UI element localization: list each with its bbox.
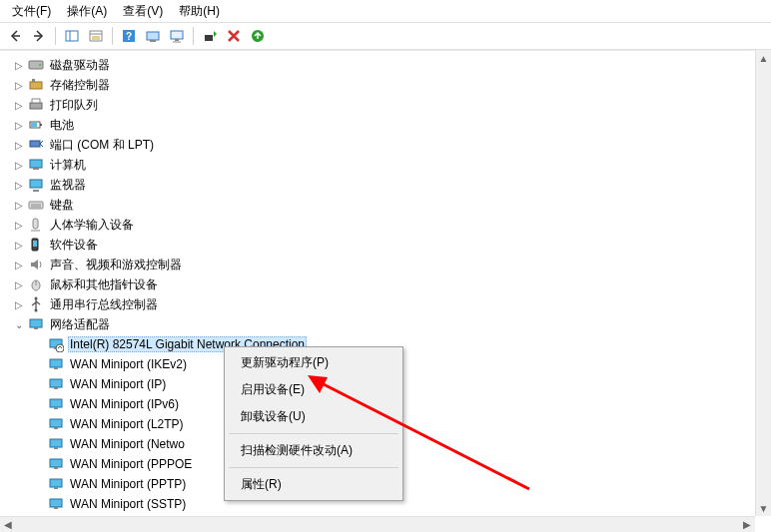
svg-rect-40 <box>30 319 42 327</box>
scroll-down-icon[interactable]: ▼ <box>756 500 771 516</box>
computer-icon <box>28 157 44 173</box>
enable-device-button[interactable] <box>247 25 269 47</box>
scroll-right-icon[interactable]: ▶ <box>739 517 755 532</box>
scan-hardware-button[interactable] <box>142 25 164 47</box>
collapsed-icon[interactable]: ▷ <box>12 238 26 252</box>
node-label: 鼠标和其他指针设备 <box>48 275 160 294</box>
network-adapter-icon <box>48 436 64 452</box>
node-label: WAN Miniport (IP) <box>68 376 168 392</box>
svg-rect-24 <box>30 141 40 147</box>
collapsed-icon[interactable]: ▷ <box>12 78 26 92</box>
ctx-uninstall-device[interactable]: 卸载设备(U) <box>227 403 400 430</box>
scroll-left-icon[interactable]: ◀ <box>0 517 16 532</box>
svg-rect-13 <box>205 35 213 41</box>
menubar: 文件(F) 操作(A) 查看(V) 帮助(H) <box>0 0 771 22</box>
collapsed-icon[interactable]: ▷ <box>12 118 26 132</box>
horizontal-scrollbar[interactable]: ◀ ▶ <box>0 516 755 532</box>
collapsed-icon[interactable]: ▷ <box>12 258 26 271</box>
svg-rect-59 <box>50 499 62 507</box>
node-label: 网络适配器 <box>48 315 112 334</box>
collapsed-icon[interactable]: ▷ <box>12 158 26 172</box>
ctx-separator <box>229 433 398 434</box>
ctx-update-driver[interactable]: 更新驱动程序(P) <box>227 349 400 376</box>
speaker-icon <box>28 257 44 272</box>
tree-node-battery[interactable]: ▷ 电池 <box>12 115 771 135</box>
svg-rect-55 <box>50 459 62 467</box>
svg-point-38 <box>35 297 38 300</box>
tree-node-network-adapters[interactable]: ⌄ 网络适配器 <box>12 314 771 334</box>
tree-node-computer[interactable]: ▷ 计算机 <box>12 155 771 175</box>
svg-rect-46 <box>54 367 58 369</box>
toolbar-separator <box>112 27 113 45</box>
svg-rect-54 <box>54 447 58 449</box>
properties-button[interactable] <box>85 25 107 47</box>
node-label: 键盘 <box>48 196 76 215</box>
ctx-separator <box>229 467 398 468</box>
storage-controller-icon <box>28 77 44 93</box>
tree-node-disk-drives[interactable]: ▷ 磁盘驱动器 <box>12 55 771 75</box>
network-adapter-icon <box>48 356 64 372</box>
tree-node-ports[interactable]: ▷ 端口 (COM 和 LPT) <box>12 135 771 155</box>
vertical-scrollbar[interactable]: ▲ ▼ <box>755 50 771 516</box>
ctx-enable-device[interactable]: 启用设备(E) <box>227 376 400 403</box>
node-label: WAN Miniport (PPTP) <box>68 476 188 492</box>
svg-rect-23 <box>31 123 37 127</box>
collapsed-icon[interactable]: ▷ <box>12 98 26 112</box>
tree-node-storage-controllers[interactable]: ▷ 存储控制器 <box>12 75 771 95</box>
svg-rect-50 <box>54 407 58 409</box>
tree-node-keyboards[interactable]: ▷ 键盘 <box>12 195 771 215</box>
tree-node-print-queues[interactable]: ▷ 打印队列 <box>12 95 771 115</box>
show-hide-console-button[interactable] <box>61 25 83 47</box>
tree-node-monitors[interactable]: ▷ 监视器 <box>12 175 771 195</box>
svg-rect-35 <box>33 241 37 247</box>
menu-file[interactable]: 文件(F) <box>4 1 59 22</box>
node-label: 打印队列 <box>48 96 100 115</box>
svg-rect-52 <box>54 427 58 429</box>
svg-rect-58 <box>54 487 58 489</box>
help-button[interactable]: ? <box>118 25 140 47</box>
back-button[interactable] <box>4 25 26 47</box>
battery-icon <box>28 117 44 133</box>
svg-rect-20 <box>32 99 40 103</box>
collapsed-icon[interactable]: ▷ <box>12 297 26 311</box>
collapsed-icon[interactable]: ▷ <box>12 138 26 152</box>
menu-help[interactable]: 帮助(H) <box>171 1 228 22</box>
tree-node-hid[interactable]: ▷ 人体学输入设备 <box>12 215 771 235</box>
menu-action[interactable]: 操作(A) <box>59 1 115 22</box>
collapsed-icon[interactable]: ▷ <box>12 178 26 192</box>
svg-rect-32 <box>33 219 38 229</box>
ctx-scan-hardware[interactable]: 扫描检测硬件改动(A) <box>227 437 400 464</box>
svg-rect-51 <box>50 419 62 427</box>
tree-node-mice[interactable]: ▷ 鼠标和其他指针设备 <box>12 274 771 294</box>
disable-device-button[interactable] <box>223 25 245 47</box>
svg-rect-19 <box>30 103 42 109</box>
expanded-icon[interactable]: ⌄ <box>12 317 26 331</box>
collapsed-icon[interactable]: ▷ <box>12 198 26 212</box>
tree-node-software-devices[interactable]: ▷ 软件设备 <box>12 235 771 255</box>
tree-node-usb[interactable]: ▷ 通用串行总线控制器 <box>12 294 771 314</box>
ports-icon <box>28 137 44 153</box>
svg-rect-49 <box>50 399 62 407</box>
svg-rect-27 <box>30 180 42 188</box>
network-adapter-disabled-icon <box>48 336 64 352</box>
collapsed-icon[interactable]: ▷ <box>12 277 26 291</box>
tree-node-sound[interactable]: ▷ 声音、视频和游戏控制器 <box>12 255 771 274</box>
monitor-button[interactable] <box>166 25 188 47</box>
svg-rect-41 <box>34 327 38 329</box>
update-driver-button[interactable] <box>199 25 221 47</box>
svg-rect-26 <box>33 168 39 170</box>
menu-view[interactable]: 查看(V) <box>115 1 171 22</box>
spacer <box>32 377 46 391</box>
collapsed-icon[interactable]: ▷ <box>12 218 26 232</box>
ctx-properties[interactable]: 属性(R) <box>227 471 400 498</box>
usb-icon <box>28 296 44 312</box>
forward-button[interactable] <box>28 25 50 47</box>
svg-rect-57 <box>50 479 62 487</box>
svg-point-39 <box>35 309 38 312</box>
svg-rect-25 <box>30 160 42 168</box>
node-label: WAN Miniport (Netwo <box>68 436 187 452</box>
svg-rect-8 <box>147 32 159 40</box>
collapsed-icon[interactable]: ▷ <box>12 58 26 72</box>
scroll-up-icon[interactable]: ▲ <box>756 50 771 66</box>
network-adapter-icon <box>48 416 64 432</box>
